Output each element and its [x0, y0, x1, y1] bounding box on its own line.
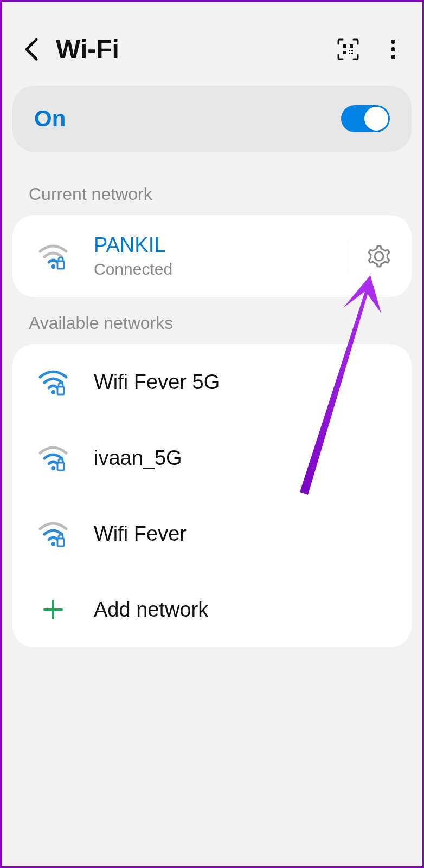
svg-rect-11: [57, 261, 64, 269]
wifi-toggle-card: On: [12, 86, 412, 152]
svg-point-12: [375, 252, 383, 261]
network-text: Wifi Fever 5G: [94, 371, 395, 394]
page-title: Wi-Fi: [56, 34, 335, 64]
wifi-toggle-label: On: [34, 106, 66, 132]
network-text: Wifi Fever: [94, 522, 395, 546]
svg-rect-5: [349, 53, 350, 54]
more-options-button[interactable]: [380, 36, 406, 62]
svg-point-17: [51, 542, 55, 546]
svg-point-13: [51, 390, 55, 394]
available-networks-card: Wifi Fever 5G ivaan_5G: [12, 344, 412, 647]
current-network-card: PANKIL Connected: [12, 215, 412, 297]
network-row[interactable]: ivaan_5G: [12, 420, 412, 496]
svg-point-7: [391, 40, 395, 44]
svg-rect-3: [349, 50, 350, 51]
svg-rect-16: [57, 463, 64, 470]
divider: [349, 240, 349, 273]
gear-icon: [365, 243, 393, 270]
svg-point-10: [51, 264, 55, 269]
network-name: Wifi Fever: [94, 522, 395, 546]
add-network-row[interactable]: Add network: [12, 572, 412, 647]
svg-rect-0: [343, 44, 346, 48]
current-network-text: PANKIL Connected: [94, 234, 343, 278]
qr-icon: [336, 37, 360, 61]
network-row[interactable]: Wifi Fever: [12, 496, 412, 572]
header: Wi-Fi: [2, 2, 422, 86]
svg-rect-14: [57, 387, 64, 394]
wifi-signal-icon: [29, 243, 78, 270]
svg-point-15: [51, 466, 55, 470]
add-network-label: Add network: [94, 598, 395, 621]
svg-rect-2: [343, 51, 346, 54]
wifi-signal-icon: [29, 444, 78, 471]
chevron-left-icon: [23, 37, 40, 61]
current-network-name: PANKIL: [94, 234, 343, 257]
current-network-row[interactable]: PANKIL Connected: [12, 215, 412, 297]
available-networks-section-label: Available networks: [29, 313, 422, 333]
network-name: ivaan_5G: [94, 446, 395, 470]
svg-rect-1: [350, 44, 353, 48]
network-text: ivaan_5G: [94, 446, 395, 470]
plus-icon: [29, 598, 78, 621]
wifi-toggle-switch[interactable]: [341, 105, 390, 132]
svg-rect-6: [351, 50, 353, 51]
current-network-section-label: Current network: [29, 184, 422, 204]
qr-scan-button[interactable]: [335, 36, 361, 62]
current-network-status: Connected: [94, 260, 343, 278]
more-vertical-icon: [390, 37, 396, 61]
network-name: Wifi Fever 5G: [94, 371, 395, 394]
network-row[interactable]: Wifi Fever 5G: [12, 344, 412, 420]
wifi-signal-icon: [29, 520, 78, 547]
back-button[interactable]: [18, 36, 45, 63]
svg-rect-4: [351, 53, 353, 54]
wifi-signal-icon: [29, 368, 78, 396]
network-settings-button[interactable]: [363, 240, 395, 273]
svg-point-8: [391, 47, 395, 51]
add-network-text: Add network: [94, 598, 395, 621]
header-actions: [335, 36, 406, 62]
svg-point-9: [391, 55, 395, 59]
svg-rect-18: [57, 539, 64, 546]
